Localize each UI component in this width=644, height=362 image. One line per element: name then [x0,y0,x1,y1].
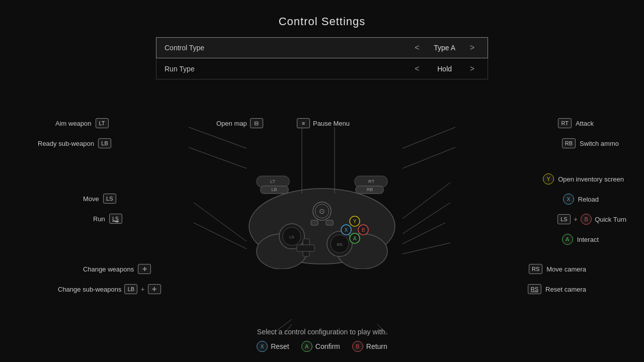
reload-label: X Reload [563,194,599,205]
confirm-label: Confirm [315,342,340,350]
interact-badge: A [562,234,573,245]
settings-area: Control Type < Type A > Run Type < Hold … [0,37,644,79]
svg-line-34 [194,203,247,241]
return-badge: B [352,341,363,352]
run-type-row[interactable]: Run Type < Hold > [156,58,488,79]
svg-text:LS: LS [289,235,294,239]
switch-ammo-label: RB Switch ammo [562,138,619,148]
reload-badge: X [563,194,574,205]
interact-text: Interact [577,236,599,243]
return-label: Return [366,342,387,350]
confirm-badge: A [301,341,312,352]
svg-text:⊙: ⊙ [319,207,325,215]
switch-ammo-text: Switch ammo [580,140,619,147]
svg-line-43 [403,243,450,254]
change-weapons-label: Change weapons ✛ [83,264,151,274]
svg-line-32 [189,127,247,148]
change-weapons-text: Change weapons [83,265,134,273]
svg-text:Y: Y [353,219,357,224]
open-map-label: Open map ⊟ [216,118,263,128]
reset-camera-text: Reset camera [545,286,586,293]
aim-weapon-badge: LT [96,118,109,128]
ready-sub-weapon-label: Ready sub-weapon LB [38,138,111,148]
pause-menu-label: ≡ Pause Menu [297,118,350,128]
svg-text:RB: RB [367,187,373,192]
page-title: Control Settings [0,0,644,28]
control-type-value: Type A [425,44,465,52]
ready-sub-weapon-text: Ready sub-weapon [38,140,94,147]
run-text: Run [93,215,105,223]
reset-badge: X [257,341,268,352]
svg-line-40 [403,183,450,219]
hint-text: Select a control configuration to play w… [257,328,387,336]
attack-label: RT Attack [558,118,594,128]
controller-area: Y B A X ⊙ LT RT LB RB LS RS Aim weapon L… [0,93,644,334]
return-action-btn[interactable]: B Return [352,341,387,352]
svg-rect-24 [311,220,318,225]
svg-line-38 [403,127,455,148]
change-sub-weapons-lb-badge: LB [124,284,137,294]
reset-camera-label: RS Reset camera [528,284,586,294]
svg-text:B: B [362,227,365,233]
run-type-value: Hold [425,65,465,73]
svg-line-39 [403,147,455,168]
open-inventory-label: Y Open inventory screen [543,173,624,185]
switch-ammo-badge: RB [562,138,576,148]
controller-image: Y B A X ⊙ LT RT LB RB LS RS [242,158,403,269]
reload-text: Reload [578,196,599,203]
change-sub-weapons-text: Change sub-weapons [58,286,121,293]
control-type-row[interactable]: Control Type < Type A > [156,37,488,58]
move-text: Move [83,195,99,203]
run-type-left-arrow[interactable]: < [410,64,424,73]
quick-turn-text: Quick Turn [595,216,626,223]
svg-rect-25 [326,220,333,225]
bottom-bar: Select a control configuration to play w… [0,328,644,352]
svg-text:RT: RT [368,179,374,184]
control-type-right-arrow[interactable]: > [465,43,479,52]
move-camera-label: RS Move camera [529,264,586,274]
svg-line-42 [403,223,445,244]
open-map-badge: ⊟ [250,118,263,128]
quick-turn-b-badge: B [581,214,592,225]
change-sub-weapons-label: Change sub-weapons LB + ✛ [58,284,161,294]
move-camera-text: Move camera [546,265,586,273]
svg-line-41 [403,203,450,234]
quick-turn-label: LS + B Quick Turn [557,214,626,225]
svg-text:LT: LT [270,179,275,184]
reset-action-btn[interactable]: X Reset [257,341,289,352]
svg-line-35 [194,223,247,249]
move-badge: LS [103,194,116,204]
run-label: Run LS̲ [93,214,122,224]
svg-rect-12 [297,245,314,251]
change-sub-weapons-dpad-badge: ✛ [148,284,161,294]
attack-badge: RT [558,118,571,128]
reset-camera-badge: RS [528,284,541,294]
control-type-label: Control Type [165,44,410,52]
reset-label: Reset [271,342,289,350]
control-type-left-arrow[interactable]: < [410,43,424,52]
quick-turn-ls-badge: LS [557,214,571,224]
ready-sub-weapon-badge: LB [98,138,111,148]
aim-weapon-label: Aim weapon LT [55,118,109,128]
confirm-action-btn[interactable]: A Confirm [301,341,340,352]
svg-text:X: X [345,227,348,233]
pause-menu-badge: ≡ [297,118,310,128]
run-type-label: Run Type [165,65,410,73]
pause-menu-text: Pause Menu [313,120,350,127]
open-map-text: Open map [216,120,247,127]
action-buttons: X Reset A Confirm B Return [257,341,387,352]
svg-text:LB: LB [271,187,277,192]
open-inventory-text: Open inventory screen [558,175,624,183]
interact-label: A Interact [562,234,599,245]
open-inventory-badge: Y [543,173,554,185]
svg-line-33 [189,147,247,168]
attack-text: Attack [576,120,594,127]
change-weapons-badge: ✛ [138,264,151,274]
aim-weapon-text: Aim weapon [55,120,92,127]
run-badge: LS̲ [109,214,122,224]
svg-text:A: A [353,236,357,241]
run-type-right-arrow[interactable]: > [465,64,479,73]
move-label: Move LS [83,194,116,204]
move-camera-badge: RS [529,264,542,274]
svg-text:RS: RS [337,242,342,247]
